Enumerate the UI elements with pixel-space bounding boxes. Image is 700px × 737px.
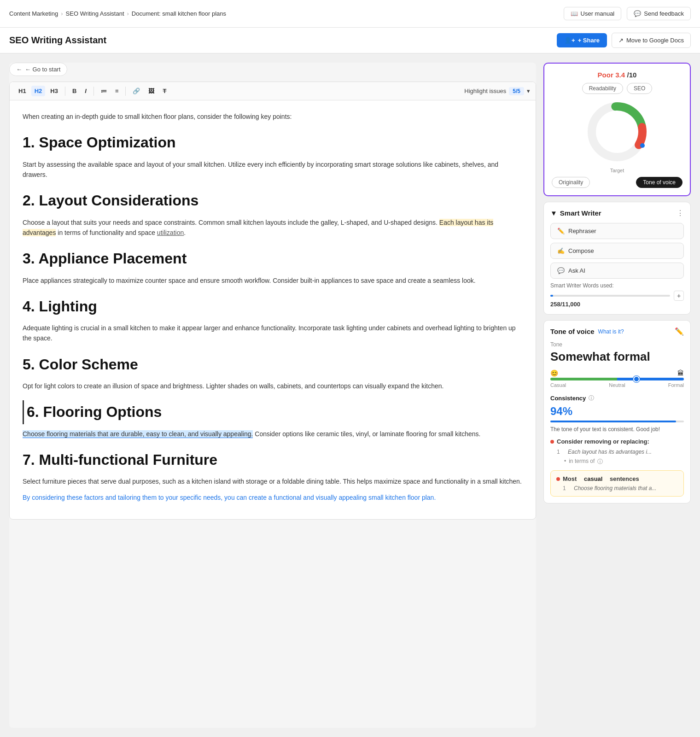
svg-point-3 xyxy=(615,104,619,109)
casual-item-1: 1 Choose flooring materials that a... xyxy=(556,485,678,491)
ask-ai-button[interactable]: 💬 Ask AI xyxy=(550,263,684,279)
casual-icon: 😊 xyxy=(550,369,558,377)
editor-content[interactable]: When creating an in-depth guide to small… xyxy=(10,100,536,519)
toolbar-h2[interactable]: H2 xyxy=(31,86,46,96)
tone-slider-container: 😊 🏛 Casual Neutral Formal xyxy=(550,369,684,388)
editor-heading-2: 2. Layout Considerations xyxy=(23,189,523,212)
user-manual-label: User manual xyxy=(581,10,615,17)
casual-label2-text: sentences xyxy=(610,475,639,482)
toolbar-list-unordered[interactable]: ≡ xyxy=(112,86,122,96)
formal-icon: 🏛 xyxy=(677,369,684,377)
toolbar-bold[interactable]: B xyxy=(69,86,80,96)
compose-button[interactable]: ✍️ Compose xyxy=(550,243,684,259)
toolbar-separator-2 xyxy=(93,87,94,96)
consistency-value: 94% xyxy=(550,405,684,418)
words-count: 258/11,000 xyxy=(550,301,684,308)
editor-heading-5: 5. Color Scheme xyxy=(23,353,523,376)
editor-para-3: Place appliances strategically to maximi… xyxy=(23,275,523,286)
compose-label: Compose xyxy=(568,247,594,254)
toolbar-separator-1 xyxy=(65,87,65,96)
top-bar-actions: 📖 User manual 💬 Send feedback xyxy=(564,7,691,20)
toolbar-image[interactable]: 🖼 xyxy=(145,86,158,96)
ask-ai-label: Ask AI xyxy=(568,267,585,274)
consider-label: Consider removing or replacing: xyxy=(557,438,649,445)
consider-text-1[interactable]: Each layout has its advantages i... xyxy=(568,449,652,455)
collapse-icon: ▼ xyxy=(550,209,557,217)
sub-header: SEO Writing Assistant 👤+ + Share ↗ Move … xyxy=(0,28,700,53)
consider-header: Consider removing or replacing: xyxy=(550,438,684,445)
editor-para-1: Start by assessing the available space a… xyxy=(23,159,523,180)
tab-tone-of-voice[interactable]: Tone of voice xyxy=(636,177,682,188)
editor-para-2: Choose a layout that suits your needs an… xyxy=(23,217,523,238)
toolbar-h3[interactable]: H3 xyxy=(47,86,61,96)
score-bottom-tabs: Originality Tone of voice xyxy=(552,177,682,188)
what-is-it-link[interactable]: What is it? xyxy=(598,328,624,335)
go-to-start-label: ← Go to start xyxy=(25,66,60,73)
tone-slider xyxy=(550,378,684,380)
send-feedback-button[interactable]: 💬 Send feedback xyxy=(627,7,691,20)
google-docs-icon: ↗ xyxy=(618,37,624,44)
add-words-button[interactable]: + xyxy=(674,291,684,301)
main-layout: ← ← Go to start H1 H2 H3 B I ≔ ≡ 🔗 🖼 T H… xyxy=(0,53,700,737)
consistency-title: Consistency xyxy=(550,395,586,402)
tone-value: Somewhat formal xyxy=(550,350,684,364)
casual-text-1[interactable]: Choose flooring materials that a... xyxy=(574,485,656,491)
tone-of-voice-section: Tone of voice What is it? ✏️ Tone Somewh… xyxy=(543,320,691,503)
feedback-icon: 💬 xyxy=(634,10,641,17)
sub-item-info-icon[interactable]: ⓘ xyxy=(597,458,603,466)
toolbar-list-ordered[interactable]: ≔ xyxy=(98,86,110,96)
tab-readability[interactable]: Readability xyxy=(582,83,623,94)
breadcrumb-sep1: › xyxy=(61,10,63,17)
words-used-label: Smart Writer Words used: xyxy=(550,282,684,289)
toolbar-clear-format[interactable]: T xyxy=(159,86,169,96)
score-total: /10 xyxy=(627,71,637,79)
toolbar-italic[interactable]: I xyxy=(82,86,90,96)
consistency-info-icon[interactable]: ⓘ xyxy=(589,394,594,402)
tone-edit-icon[interactable]: ✏️ xyxy=(675,327,684,336)
smart-writer-title: ▼ Smart Writer xyxy=(550,209,601,217)
sub-item-text-1: in terms of xyxy=(569,458,595,464)
casual-header: Most casual sentences xyxy=(556,475,678,482)
smart-writer-menu-icon[interactable]: ⋮ xyxy=(677,209,684,217)
sub-header-actions: 👤+ + Share ↗ Move to Google Docs xyxy=(557,33,691,48)
score-header: Poor 3.4 /10 xyxy=(552,71,682,79)
toolbar-h1[interactable]: H1 xyxy=(15,86,29,96)
editor-heading-4: 4. Lighting xyxy=(23,295,523,318)
breadcrumb-sep2: › xyxy=(127,10,129,17)
editor-para-5: Opt for light colors to create an illusi… xyxy=(23,381,523,391)
rephraser-button[interactable]: ✏️ Rephraser xyxy=(550,223,684,239)
tab-originality[interactable]: Originality xyxy=(552,177,590,188)
toolbar-separator-3 xyxy=(125,87,126,96)
smart-writer-header: ▼ Smart Writer ⋮ xyxy=(550,209,684,217)
compose-icon: ✍️ xyxy=(557,247,565,254)
highlight-label: Highlight issues xyxy=(464,88,506,94)
score-value: 3.4 xyxy=(615,71,625,79)
user-manual-button[interactable]: 📖 User manual xyxy=(564,7,622,20)
consider-sub-item-1: • in terms of ⓘ xyxy=(550,458,684,466)
sub-bullet-icon: • xyxy=(564,458,566,464)
smart-writer-section: ▼ Smart Writer ⋮ ✏️ Rephraser ✍️ Compose… xyxy=(543,202,691,315)
breadcrumb-doc: Document: small kitchen floor plans xyxy=(132,10,226,17)
editor-para-6: Choose flooring materials that are durab… xyxy=(23,429,523,439)
consider-item-1: 1 Each layout has its advantages i... xyxy=(550,449,684,455)
tone-header: Tone of voice What is it? ✏️ xyxy=(550,327,684,336)
send-feedback-label: Send feedback xyxy=(644,10,684,17)
editor-toolbar: H1 H2 H3 B I ≔ ≡ 🔗 🖼 T Highlight issues … xyxy=(10,82,536,100)
share-icon: 👤+ xyxy=(564,37,575,44)
rephraser-label: Rephraser xyxy=(568,228,596,234)
share-button[interactable]: 👤+ + Share xyxy=(557,33,607,47)
page-title: SEO Writing Assistant xyxy=(9,35,106,46)
move-label: Move to Google Docs xyxy=(626,37,684,44)
tab-seo[interactable]: SEO xyxy=(627,83,652,94)
share-label: + Share xyxy=(578,37,600,44)
consistency-bar-fill xyxy=(550,421,676,422)
go-to-start-button[interactable]: ← ← Go to start xyxy=(9,63,67,76)
toolbar-link[interactable]: 🔗 xyxy=(129,86,143,96)
formal-label: Formal xyxy=(668,382,684,388)
move-to-google-docs-button[interactable]: ↗ Move to Google Docs xyxy=(612,33,691,48)
highlighted-phrase-2: Choose flooring materials that are durab… xyxy=(23,430,253,438)
editor-heading-3: 3. Appliance Placement xyxy=(23,247,523,270)
smart-writer-label: Smart Writer xyxy=(560,209,601,217)
tone-label: Tone xyxy=(550,341,684,348)
highlight-score: 5/5 xyxy=(509,87,524,95)
